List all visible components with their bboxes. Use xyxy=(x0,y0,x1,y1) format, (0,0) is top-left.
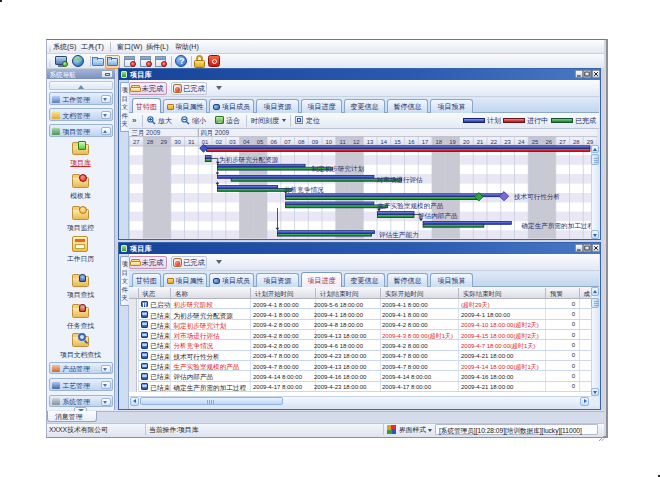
svg-text:02: 02 xyxy=(215,139,222,145)
svg-text:03: 03 xyxy=(229,139,236,145)
svg-text:13: 13 xyxy=(366,139,373,145)
svg-text:26: 26 xyxy=(545,139,552,145)
svg-text:30: 30 xyxy=(174,139,181,145)
svg-text:09: 09 xyxy=(311,139,318,145)
svg-text:17: 17 xyxy=(421,139,428,145)
svg-text:25: 25 xyxy=(531,139,538,145)
svg-text:10: 10 xyxy=(325,139,332,145)
svg-text:14: 14 xyxy=(380,139,387,145)
svg-text:01: 01 xyxy=(201,139,208,145)
svg-text:制定初步研究计划: 制定初步研究计划 xyxy=(310,165,364,173)
svg-text:07: 07 xyxy=(284,139,291,145)
svg-text:24: 24 xyxy=(518,139,525,145)
svg-text:27: 27 xyxy=(559,139,566,145)
svg-text:评估生产能力: 评估生产能力 xyxy=(379,231,419,239)
svg-text:对市场进行评估: 对市场进行评估 xyxy=(376,176,423,184)
svg-text:评估内部产品: 评估内部产品 xyxy=(418,212,458,220)
svg-text:27: 27 xyxy=(133,139,140,145)
svg-text:28: 28 xyxy=(146,139,153,145)
svg-text:19: 19 xyxy=(449,139,456,145)
svg-text:确定生产所需的加工过程: 确定生产所需的加工过程 xyxy=(521,222,594,230)
svg-text:29: 29 xyxy=(160,139,167,145)
svg-text:05: 05 xyxy=(256,139,263,145)
svg-text:生产实验室规模的产品: 生产实验室规模的产品 xyxy=(377,202,443,210)
svg-text:三月 2009: 三月 2009 xyxy=(131,129,160,137)
svg-text:20: 20 xyxy=(463,139,470,145)
svg-text:21: 21 xyxy=(476,139,483,145)
svg-text:23: 23 xyxy=(504,139,511,145)
svg-text:16: 16 xyxy=(408,139,415,145)
svg-text:12: 12 xyxy=(353,139,360,145)
svg-text:31: 31 xyxy=(188,139,195,145)
svg-text:08: 08 xyxy=(298,139,305,145)
svg-text:06: 06 xyxy=(270,139,277,145)
svg-text:18: 18 xyxy=(435,139,442,145)
svg-text:11: 11 xyxy=(339,139,345,145)
svg-text:22: 22 xyxy=(490,139,497,145)
svg-text:技术可行性分析: 技术可行性分析 xyxy=(513,193,561,200)
svg-text:28: 28 xyxy=(573,139,580,145)
svg-text:四月 2009: 四月 2009 xyxy=(200,129,229,137)
svg-text:15: 15 xyxy=(394,139,401,145)
svg-text:分析竞争情况: 分析竞争情况 xyxy=(284,186,324,194)
svg-text:04: 04 xyxy=(243,139,250,145)
svg-text:为初步研究分配资源: 为初步研究分配资源 xyxy=(219,156,279,164)
